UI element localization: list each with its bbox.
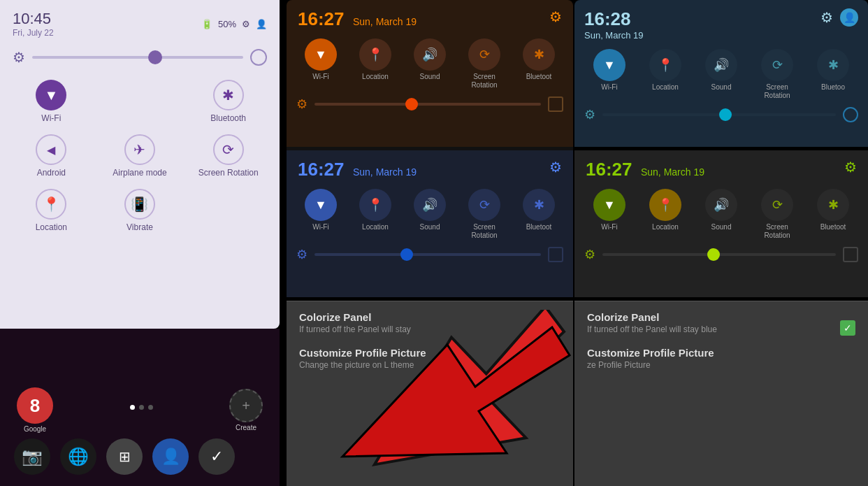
mid-top-wifi-icon: ▼: [305, 38, 337, 71]
settings-icon[interactable]: ⚙: [242, 19, 250, 29]
right-bot-slider-gear-icon[interactable]: ⚙: [584, 247, 595, 262]
airplane-icon: ✈: [124, 134, 155, 165]
mid-bot-brightness-slider[interactable]: [314, 253, 541, 256]
bluetooth-label: Bluetooth: [210, 113, 246, 123]
rotation-label: Screen Rotation: [198, 168, 259, 178]
colorize-panel-item-left[interactable]: Colorize Panel If turned off the Panel w…: [299, 311, 560, 334]
right-top-bluetooth[interactable]: ✱ Bluetoo: [817, 49, 849, 100]
mid-top-location-icon: 📍: [359, 38, 391, 71]
nav-dot-3: [148, 405, 153, 410]
colorize-panel-title-right: Colorize Panel: [587, 311, 855, 323]
airplane-toggle[interactable]: ✈ Airplane mode: [101, 134, 179, 178]
mid-top-bluetooth[interactable]: ✱ Bluetoot: [523, 38, 555, 90]
right-top-gear-icon[interactable]: ⚙: [820, 9, 833, 26]
location-toggle[interactable]: 📍 Location: [13, 189, 90, 232]
apps-app[interactable]: ⊞: [106, 438, 143, 475]
mid-bot-datestr: Sun, March 19: [353, 166, 417, 178]
mid-top-time: 16:27: [298, 8, 345, 29]
right-top-rotation[interactable]: ⟳ Screen Rotation: [761, 49, 793, 100]
right-top-wifi-icon: ▼: [593, 49, 625, 81]
rotation-toggle[interactable]: ⟳ Screen Rotation: [189, 134, 267, 178]
right-top-location[interactable]: 📍 Location: [649, 49, 681, 100]
right-bot-gear-icon[interactable]: ⚙: [844, 159, 857, 176]
mid-bot-slider-gear-icon[interactable]: ⚙: [296, 247, 308, 262]
browser-app[interactable]: 🌐: [60, 438, 96, 475]
colorize-panel-check-right[interactable]: ✓: [840, 320, 855, 336]
wifi-icon: ▼: [36, 80, 66, 110]
bluetooth-toggle[interactable]: ✱ Bluetooth: [189, 80, 267, 123]
left-date: Fri, July 22: [13, 28, 54, 38]
mid-top-sound[interactable]: 🔊 Sound: [414, 38, 446, 90]
battery-icon: 🔋: [201, 19, 212, 29]
right-top-rotation-icon: ⟳: [761, 49, 793, 81]
mid-top-location[interactable]: 📍 Location: [359, 38, 391, 90]
mid-bot-icon-row: ▼ Wi-Fi 📍 Location 🔊 Sound ⟳ Screen Rota…: [287, 183, 573, 243]
right-top-brightness-slider[interactable]: [602, 113, 836, 116]
right-top-wifi[interactable]: ▼ Wi-Fi: [593, 49, 625, 100]
camera-icon: 📷: [14, 438, 50, 475]
right-bot-wifi[interactable]: ▼ Wi-Fi: [593, 189, 625, 240]
right-bot-location-icon: 📍: [649, 189, 681, 221]
create-icon: +: [229, 389, 263, 422]
quick-toggles-grid: ▼ Wi-Fi ✱ Bluetooth ◀ Android ✈ Airplane…: [0, 73, 280, 239]
right-top-slider-gear-icon[interactable]: ⚙: [584, 107, 595, 122]
right-bot-time: 16:27: [586, 159, 632, 180]
vibrate-label: Vibrate: [126, 222, 153, 232]
mid-top-wifi[interactable]: ▼ Wi-Fi: [305, 38, 337, 90]
mid-bot-rotation[interactable]: ⟳ Screen Rotation: [468, 189, 500, 240]
mid-top-rotation[interactable]: ⟳ Screen Rotation: [468, 38, 500, 90]
mid-top-brightness-slider[interactable]: [314, 103, 541, 106]
right-bot-datestr: Sun, March 19: [641, 166, 704, 178]
profile-icon[interactable]: 👤: [256, 19, 267, 29]
location-label: Location: [36, 222, 67, 232]
right-bot-rotation[interactable]: ⟳ Screen Rotation: [761, 189, 793, 240]
right-top-profile-icon[interactable]: 👤: [840, 8, 858, 27]
right-bot-slider-row: ⚙: [574, 243, 868, 266]
mid-bot-wifi[interactable]: ▼ Wi-Fi: [305, 189, 337, 240]
mid-bot-slider-row: ⚙: [287, 243, 573, 266]
mid-bot-bluetooth-icon: ✱: [523, 189, 555, 221]
profile-picture-item-right[interactable]: Customize Profile Picture ze Profile Pic…: [587, 347, 855, 370]
nav-dot-2: [139, 405, 144, 410]
mid-bot-slider-sq: [548, 247, 563, 262]
brightness-gear-icon[interactable]: ⚙: [13, 49, 25, 66]
mid-top-panel: 16:27 Sun, March 19 ⚙ ▼ Wi-Fi 📍 Location…: [287, 0, 573, 147]
google-label: Google: [24, 425, 46, 433]
right-top-location-icon: 📍: [649, 49, 681, 81]
mid-top-bluetooth-icon: ✱: [523, 38, 555, 71]
left-panel: 10:45 Fri, July 22 🔋 50% ⚙ 👤 ⚙ ▼ Wi-Fi ✱…: [0, 0, 280, 329]
right-bot-bluetooth-icon: ✱: [817, 189, 849, 221]
right-bot-sound[interactable]: 🔊 Sound: [705, 189, 737, 240]
mid-top-slider-gear-icon[interactable]: ⚙: [296, 97, 308, 112]
android-toggle[interactable]: ◀ Android: [13, 134, 90, 178]
right-bot-bluetooth[interactable]: ✱ Bluetoot: [817, 189, 849, 240]
tasks-icon: ✓: [198, 438, 235, 475]
mid-bot-location[interactable]: 📍 Location: [359, 189, 391, 240]
wifi-toggle[interactable]: ▼ Wi-Fi: [13, 80, 90, 123]
auto-brightness-toggle[interactable]: [250, 49, 267, 66]
brightness-slider[interactable]: [32, 56, 243, 59]
right-top-bluetooth-icon: ✱: [817, 49, 849, 81]
camera-app[interactable]: 📷: [14, 438, 50, 475]
google-app[interactable]: 8 Google: [17, 387, 53, 433]
right-top-sound[interactable]: 🔊 Sound: [705, 49, 737, 100]
right-bot-panel: 16:27 Sun, March 19 ⚙ ▼ Wi-Fi 📍 Location…: [574, 150, 868, 297]
android-icon: ◀: [36, 134, 66, 165]
mid-panel-divider: [287, 147, 573, 150]
mid-bot-sound[interactable]: 🔊 Sound: [414, 189, 446, 240]
mid-top-gear-icon[interactable]: ⚙: [549, 8, 562, 25]
right-top-panel: 16:28 Sun, March 19 ⚙ 👤 ▼ Wi-Fi 📍 Locati…: [574, 0, 868, 147]
colorize-panel-item-right[interactable]: Colorize Panel If turned off the Panel w…: [587, 311, 855, 334]
mid-bot-gear-icon[interactable]: ⚙: [549, 159, 562, 176]
create-item[interactable]: + Create: [229, 389, 263, 431]
mid-bot-bluetooth[interactable]: ✱ Bluetoot: [523, 189, 555, 240]
contacts-app[interactable]: 👤: [152, 438, 189, 475]
right-bot-slider-thumb: [707, 248, 720, 261]
right-bot-location[interactable]: 📍 Location: [649, 189, 681, 240]
apps-icon: ⊞: [106, 438, 143, 475]
right-bot-brightness-slider[interactable]: [602, 253, 836, 256]
profile-picture-item-left[interactable]: Customize Profile Picture Change the pic…: [299, 347, 560, 370]
vibrate-toggle[interactable]: 📳 Vibrate: [101, 189, 179, 232]
tasks-app[interactable]: ✓: [198, 438, 235, 475]
mid-bot-slider-thumb: [400, 248, 413, 261]
